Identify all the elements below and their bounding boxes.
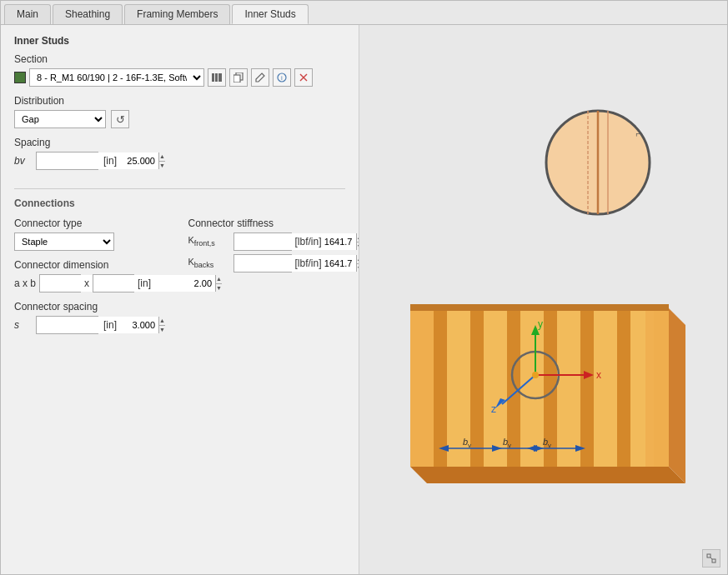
svg-rect-60 <box>707 554 710 558</box>
tab-bar: Main Sheathing Framing Members Inner Stu… <box>1 1 727 25</box>
svg-text:⌐: ⌐ <box>635 128 642 140</box>
distribution-select[interactable]: Gap <box>14 110 106 128</box>
divider <box>14 188 345 189</box>
spacing-row: bv ▲ ▼ [in] <box>14 152 345 170</box>
s-label: s <box>14 319 31 331</box>
section-color-box <box>14 72 26 83</box>
spacing-label: Spacing <box>14 137 345 148</box>
connector-spacing-section: Connector spacing s ▲ ▼ [in] <box>14 301 345 334</box>
reset-distribution-button[interactable]: ↺ <box>111 110 129 128</box>
svg-line-62 <box>710 558 712 559</box>
connections-title: Connections <box>14 198 345 209</box>
bv-spin-down[interactable]: ▼ <box>159 161 165 170</box>
svg-marker-14 <box>410 467 685 483</box>
expand-button[interactable] <box>702 549 720 568</box>
distribution-row: Gap ↺ <box>14 110 345 128</box>
svg-rect-22 <box>594 308 617 467</box>
delete-button[interactable] <box>294 68 313 87</box>
svg-rect-26 <box>470 308 484 467</box>
connections-section: Connections Connector type Staple Connec… <box>14 198 345 334</box>
svg-rect-2 <box>218 73 222 82</box>
copy-button[interactable] <box>229 68 248 87</box>
cross-section-group: ⌐ <box>546 111 650 214</box>
dim-unit: [in] <box>138 278 151 289</box>
svg-rect-24 <box>645 308 669 467</box>
s-input-wrap: ▲ ▼ <box>36 316 98 334</box>
inner-studs-title: Inner Studs <box>14 35 345 47</box>
svg-text:x: x <box>596 369 601 381</box>
svg-text:i: i <box>281 74 283 82</box>
spacing-section: Spacing bv ▲ ▼ [in] <box>14 137 345 170</box>
svg-rect-21 <box>557 308 580 467</box>
conn-spacing-row: s ▲ ▼ [in] <box>14 316 345 334</box>
library-button[interactable] <box>208 68 226 87</box>
bv-spin-up[interactable]: ▲ <box>159 152 165 161</box>
distribution-label: Distribution <box>14 95 345 107</box>
b-input-wrap: ▲ ▼ <box>93 274 134 292</box>
svg-rect-30 <box>617 308 630 467</box>
edit-button[interactable] <box>251 68 269 87</box>
svg-rect-29 <box>580 308 594 467</box>
tab-inner-studs[interactable]: Inner Studs <box>232 4 308 24</box>
bv-label: bv <box>14 155 31 167</box>
main-content: Inner Studs Section 8 - R_M1 60/190 | 2 … <box>1 25 727 574</box>
kfront-row: Kfront,s ▲ ▼ [lbf/in] <box>188 232 346 251</box>
svg-rect-0 <box>212 73 214 82</box>
svg-rect-25 <box>434 308 447 467</box>
s-spin-up[interactable]: ▲ <box>159 317 165 325</box>
kback-unit: [lbf/in] <box>295 258 322 269</box>
svg-rect-61 <box>712 559 715 562</box>
info-button[interactable]: i <box>273 68 291 87</box>
svg-rect-20 <box>520 308 544 467</box>
kfront-label: Kfront,s <box>188 235 230 248</box>
connector-dim-label: Connector dimension <box>14 259 172 271</box>
section-select[interactable]: 8 - R_M1 60/190 | 2 - 16F-1.3E, Softwo..… <box>29 68 204 87</box>
connector-type-col: Connector type Staple Connector dimensio… <box>14 218 172 292</box>
connector-stiffness-col: Connector stiffness Kfront,s ▲ ▼ [lbf/in… <box>188 218 346 292</box>
panel-group: y x z <box>410 304 685 483</box>
svg-rect-31 <box>410 304 669 311</box>
section-label: Section <box>14 53 345 65</box>
a-input-wrap: ▲ ▼ <box>39 274 81 292</box>
s-unit: [in] <box>103 319 117 331</box>
bv-unit: [in] <box>103 155 117 167</box>
s-input[interactable] <box>37 317 158 333</box>
kback-input-wrap: ▲ ▼ <box>233 254 292 272</box>
viz-container: ⌐ <box>359 25 727 574</box>
kback-row: Kbacks ▲ ▼ [lbf/in] <box>188 254 346 272</box>
kback-label: Kbacks <box>188 257 230 269</box>
connector-type-select[interactable]: Staple <box>14 232 114 251</box>
svg-rect-4 <box>233 75 240 82</box>
bv-spin: ▲ ▼ <box>158 152 165 169</box>
section-row: 8 - R_M1 60/190 | 2 - 16F-1.3E, Softwo..… <box>14 68 345 87</box>
x-label: x <box>84 278 89 289</box>
svg-text:z: z <box>491 403 496 415</box>
app-container: Main Sheathing Framing Members Inner Stu… <box>0 0 728 575</box>
svg-text:y: y <box>538 318 543 330</box>
axb-label: a x b <box>14 278 36 289</box>
svg-marker-15 <box>669 308 685 483</box>
tab-sheathing[interactable]: Sheathing <box>53 4 123 24</box>
bv-input[interactable] <box>37 152 158 169</box>
svg-rect-17 <box>410 308 434 467</box>
tab-framing-members[interactable]: Framing Members <box>124 4 230 24</box>
kfront-unit: [lbf/in] <box>295 236 322 248</box>
svg-rect-1 <box>215 73 218 82</box>
svg-text:v: v <box>468 442 471 449</box>
s-spin-down[interactable]: ▼ <box>159 325 165 334</box>
svg-point-42 <box>532 372 539 378</box>
visualization-svg: ⌐ <box>385 83 702 517</box>
svg-text:v: v <box>548 442 551 449</box>
right-panel: ⌐ <box>359 25 727 574</box>
left-panel: Inner Studs Section 8 - R_M1 60/190 | 2 … <box>1 25 359 574</box>
conn-spacing-label: Connector spacing <box>14 301 345 312</box>
s-spin: ▲ ▼ <box>158 317 165 333</box>
connector-dim-row: a x b ▲ ▼ x <box>14 274 172 292</box>
tab-main[interactable]: Main <box>4 4 51 24</box>
kfront-input-wrap: ▲ ▼ <box>233 232 292 251</box>
bv-input-wrap: ▲ ▼ <box>36 152 98 170</box>
connector-type-label: Connector type <box>14 218 172 229</box>
connector-grid: Connector type Staple Connector dimensio… <box>14 218 345 292</box>
connector-stiffness-label: Connector stiffness <box>188 218 346 229</box>
svg-text:v: v <box>508 442 511 449</box>
